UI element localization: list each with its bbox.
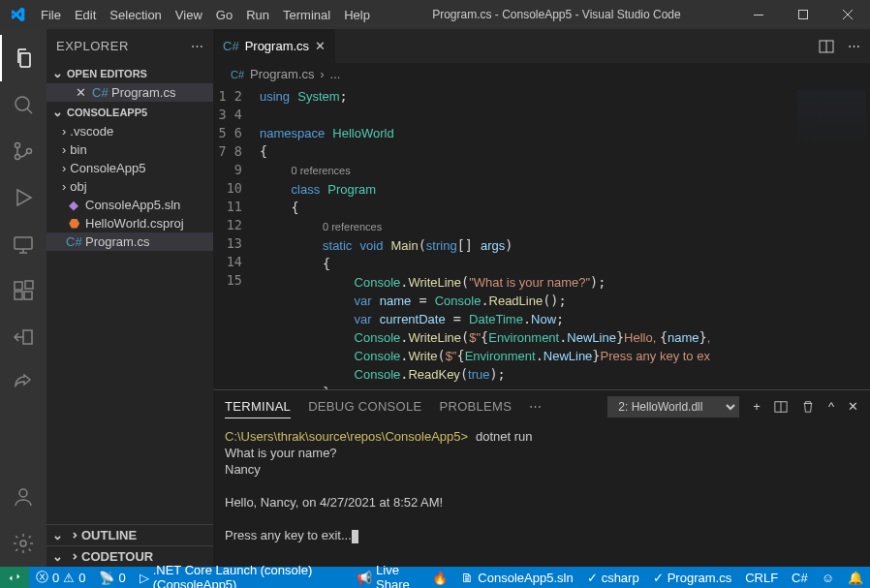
svg-point-2 [16,97,29,110]
csharp-icon: C# [223,39,239,53]
status-errors[interactable]: ⓧ 0 ⚠ 0 [29,569,92,586]
menu-go[interactable]: Go [209,8,239,22]
kill-terminal-icon[interactable] [801,400,815,414]
file-label: Program.cs [111,85,175,100]
tree-item[interactable]: C#Program.cs [47,232,213,251]
svg-point-13 [20,541,26,546]
maximize-button[interactable] [781,0,825,29]
panel-more-icon[interactable]: ⋯ [529,399,542,414]
source-control-icon[interactable] [0,128,47,174]
menu-terminal[interactable]: Terminal [276,8,337,22]
vscode-logo [0,7,34,22]
run-debug-icon[interactable] [0,174,47,221]
remote-explorer-icon[interactable] [0,221,47,267]
status-liveshare[interactable]: 📢 Live Share [350,563,425,588]
csharp-icon: C# [92,85,108,100]
status-bar: ⓧ 0 ⚠ 0 📡 0 ▷ .NET Core Launch (console)… [0,567,870,588]
svg-rect-8 [15,292,22,299]
debug-console-tab[interactable]: DEBUG CONSOLE [308,399,421,414]
title-bar: File Edit Selection View Go Run Terminal… [0,0,870,29]
status-lang[interactable]: C# [785,571,815,585]
menu-selection[interactable]: Selection [103,8,168,22]
svg-point-3 [16,143,20,148]
new-terminal-icon[interactable]: + [753,399,761,414]
svg-rect-6 [15,237,32,249]
tab-label: Program.cs [245,39,309,53]
status-bell-icon[interactable]: 🔔 [841,571,870,585]
split-editor-icon[interactable] [819,39,834,54]
extensions-icon[interactable] [0,267,47,314]
minimize-button[interactable] [736,0,781,29]
window-title: Program.cs - ConsoleApp5 - Visual Studio… [377,8,736,21]
tree-item[interactable]: ConsoleApp5 [47,159,213,177]
explorer-title: EXPLORER [56,39,129,53]
breadcrumb[interactable]: C# Program.cs › ... [213,63,870,85]
activity-bar [0,29,47,567]
status-feedback-icon[interactable]: ☺ [815,571,841,585]
status-sln[interactable]: 🗎 ConsoleApp5.sln [454,571,579,585]
tree-item[interactable]: obj [47,177,213,196]
line-gutter: 1 2 3 4 5 6 7 8 9 10 11 12 13 14 15 [213,85,260,389]
terminal-tab[interactable]: TERMINAL [225,399,291,418]
status-flame[interactable]: 🔥 [425,571,454,585]
tab-program-cs[interactable]: C# Program.cs ✕ [213,29,335,63]
svg-point-12 [19,489,27,497]
panel: TERMINAL DEBUG CONSOLE PROBLEMS ⋯ 2: Hel… [213,389,870,567]
sidebar-header: EXPLORER ⋯ [47,29,213,63]
menu-run[interactable]: Run [239,8,276,22]
code-editor[interactable]: using System; namespace HelloWorld { 0 r… [260,85,792,389]
close-button[interactable] [825,0,870,29]
open-editors-section[interactable]: OPEN EDITORS [47,63,213,83]
status-eol[interactable]: CRLF [738,571,785,585]
tree-item[interactable]: ◆ConsoleApp5.sln [47,196,213,214]
tree-item[interactable]: bin [47,140,213,159]
svg-point-4 [16,155,20,160]
sidebar: EXPLORER ⋯ OPEN EDITORS ✕ C# Program.cs … [47,29,213,567]
outline-section[interactable]: ⌄OUTLINE [47,524,213,545]
remote-window-icon[interactable] [0,314,47,360]
svg-rect-9 [24,292,32,299]
close-panel-icon[interactable]: ✕ [848,399,858,414]
explorer-more-icon[interactable]: ⋯ [191,39,204,53]
menu-file[interactable]: File [34,8,68,22]
account-icon[interactable] [0,474,47,520]
editor-more-icon[interactable]: ⋯ [848,39,860,53]
svg-rect-11 [23,330,32,344]
close-tab-icon[interactable]: ✕ [315,39,326,53]
svg-rect-0 [754,15,763,15]
minimap[interactable] [792,85,870,389]
explorer-icon[interactable] [0,35,47,81]
terminal-output[interactable]: C:\Users\thrak\source\repos\ConsoleApp5>… [213,422,870,567]
svg-rect-1 [799,11,808,19]
split-terminal-icon[interactable] [774,400,788,414]
status-launch[interactable]: ▷ .NET Core Launch (console) (ConsoleApp… [133,563,350,588]
maximize-panel-icon[interactable]: ^ [828,399,834,414]
status-csharp[interactable]: ✓ csharp [580,571,646,585]
remote-indicator[interactable] [0,567,29,588]
status-ports[interactable]: 📡 0 [92,571,132,585]
problems-tab[interactable]: PROBLEMS [439,399,512,414]
menu-view[interactable]: View [169,8,209,22]
menu-edit[interactable]: Edit [68,8,103,22]
svg-rect-7 [15,282,22,290]
svg-point-5 [27,149,32,154]
terminal-selector[interactable]: 2: HelloWorld.dll [607,396,739,418]
svg-rect-10 [25,281,33,289]
search-icon[interactable] [0,81,47,128]
menu-help[interactable]: Help [337,8,377,22]
csharp-icon: C# [231,69,244,80]
breadcrumb-item[interactable]: ... [330,67,341,81]
status-program[interactable]: ✓ Program.cs [646,571,738,585]
tree-item[interactable]: .vscode [47,122,213,140]
menu-bar: File Edit Selection View Go Run Terminal… [34,8,377,22]
editor-tabs: C# Program.cs ✕ ⋯ [213,29,870,63]
close-editor-icon[interactable]: ✕ [76,85,86,100]
settings-icon[interactable] [0,520,47,567]
breadcrumb-item[interactable]: Program.cs [250,67,314,81]
project-section[interactable]: CONSOLEAPP5 [47,102,213,122]
open-editor-item[interactable]: ✕ C# Program.cs [47,83,213,102]
tree-item[interactable]: ⬣HelloWorld.csproj [47,214,213,232]
editor-area: C# Program.cs ✕ ⋯ C# Program.cs › ... 1 … [213,29,870,567]
share-icon[interactable] [0,360,47,407]
